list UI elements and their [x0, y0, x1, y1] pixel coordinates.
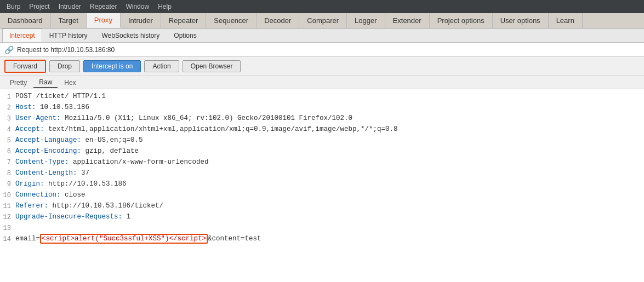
subtab-http-history[interactable]: HTTP history	[42, 28, 95, 42]
line-number: 11	[0, 201, 15, 211]
intercept-toggle-button[interactable]: Intercept is on	[83, 60, 141, 72]
menu-project[interactable]: Project	[25, 2, 54, 11]
line-text: Accept-Language: en-US,en;q=0.5	[15, 135, 644, 146]
link-icon: 🔗	[4, 45, 14, 54]
line-number: 6	[0, 146, 15, 157]
tab-proxy[interactable]: Proxy	[87, 13, 121, 28]
line-number: 10	[0, 190, 15, 200]
request-line: 5Accept-Language: en-US,en;q=0.5	[0, 135, 644, 146]
request-line: 8Content-Length: 37	[0, 168, 644, 179]
line-number: 5	[0, 135, 15, 146]
line-number: 12	[0, 212, 15, 222]
menu-burp[interactable]: Burp	[2, 2, 25, 11]
menu-window[interactable]: Window	[121, 2, 153, 11]
line-text: Host: 10.10.53.186	[15, 102, 644, 113]
request-line: 7Content-Type: application/x-www-form-ur…	[0, 157, 644, 168]
request-line: 1POST /ticket/ HTTP/1.1	[0, 91, 644, 102]
request-line: 11Referer: http://10.10.53.186/ticket/	[0, 201, 644, 212]
request-line: 3User-Agent: Mozilla/5.0 (X11; Linux x86…	[0, 113, 644, 124]
menu-repeater[interactable]: Repeater	[86, 2, 121, 11]
request-line: 12Upgrade-Insecure-Requests: 1	[0, 212, 644, 223]
request-line: 2Host: 10.10.53.186	[0, 102, 644, 113]
tab-extender[interactable]: Extender	[385, 13, 430, 28]
content-tab-raw[interactable]: Raw	[33, 77, 58, 88]
line-text: Content-Type: application/x-www-form-url…	[15, 157, 644, 168]
request-line: 4Accept: text/html,application/xhtml+xml…	[0, 124, 644, 135]
request-line: 6Accept-Encoding: gzip, deflate	[0, 146, 644, 157]
action-bar: Forward Drop Intercept is on Action Open…	[0, 57, 644, 76]
tab-user-options[interactable]: User options	[493, 13, 549, 28]
action-button[interactable]: Action	[144, 60, 179, 72]
line-text: Connection: close	[15, 190, 644, 200]
line-text: POST /ticket/ HTTP/1.1	[15, 91, 644, 102]
tab-comparer[interactable]: Comparer	[299, 13, 347, 28]
line-number: 14	[0, 234, 15, 244]
content-view-tabs: Pretty Raw Hex	[0, 76, 644, 89]
tab-intruder[interactable]: Intruder	[121, 13, 161, 28]
request-line: 14email=<script>alert("Succ3ssful+XSS")<…	[0, 234, 644, 245]
line-text: Upgrade-Insecure-Requests: 1	[15, 212, 644, 222]
line-number: 3	[0, 113, 15, 124]
line-text: Accept-Encoding: gzip, deflate	[15, 146, 644, 157]
menu-bar: Burp Project Intruder Repeater Window He…	[0, 0, 644, 13]
line-text: Content-Length: 37	[15, 168, 644, 179]
line-number: 4	[0, 124, 15, 135]
content-tab-pretty[interactable]: Pretty	[4, 78, 32, 88]
tab-sequencer[interactable]: Sequencer	[206, 13, 257, 28]
request-line: 10Connection: close	[0, 190, 644, 201]
line-text: Accept: text/html,application/xhtml+xml,…	[15, 124, 644, 135]
drop-button[interactable]: Drop	[49, 60, 80, 72]
menu-intruder[interactable]: Intruder	[54, 2, 86, 11]
line-text: User-Agent: Mozilla/5.0 (X11; Linux x86_…	[15, 113, 644, 124]
request-line: 13	[0, 223, 644, 234]
line-number: 9	[0, 179, 15, 189]
line-text: Origin: http://10.10.53.186	[15, 179, 644, 189]
tab-learn[interactable]: Learn	[549, 13, 583, 28]
line-text: Referer: http://10.10.53.186/ticket/	[15, 201, 644, 211]
tab-repeater[interactable]: Repeater	[161, 13, 206, 28]
request-info-bar: 🔗 Request to http://10.10.53.186:80	[0, 43, 644, 57]
tab-project-options[interactable]: Project options	[430, 13, 493, 28]
tab-logger[interactable]: Logger	[347, 13, 385, 28]
line-text: email=<script>alert("Succ3ssful+XSS")</s…	[15, 234, 644, 244]
line-number: 7	[0, 157, 15, 168]
line-number: 13	[0, 223, 15, 233]
main-tabs: Dashboard Target Proxy Intruder Repeater…	[0, 13, 644, 28]
line-number: 2	[0, 102, 15, 113]
subtab-options[interactable]: Options	[167, 28, 203, 42]
subtab-websockets-history[interactable]: WebSockets history	[95, 28, 167, 42]
request-editor[interactable]: 1POST /ticket/ HTTP/1.12Host: 10.10.53.1…	[0, 89, 644, 282]
tab-dashboard[interactable]: Dashboard	[0, 13, 51, 28]
sub-tabs: Intercept HTTP history WebSockets histor…	[0, 28, 644, 43]
tab-target[interactable]: Target	[51, 13, 87, 28]
line-number: 1	[0, 91, 15, 102]
content-tab-hex[interactable]: Hex	[59, 78, 81, 88]
subtab-intercept[interactable]: Intercept	[2, 28, 42, 42]
forward-button[interactable]: Forward	[4, 60, 46, 73]
request-line: 9Origin: http://10.10.53.186	[0, 179, 644, 190]
tab-decoder[interactable]: Decoder	[257, 13, 299, 28]
request-url: Request to http://10.10.53.186:80	[17, 46, 115, 54]
line-number: 8	[0, 168, 15, 179]
open-browser-button[interactable]: Open Browser	[183, 60, 241, 72]
menu-help[interactable]: Help	[153, 2, 176, 11]
